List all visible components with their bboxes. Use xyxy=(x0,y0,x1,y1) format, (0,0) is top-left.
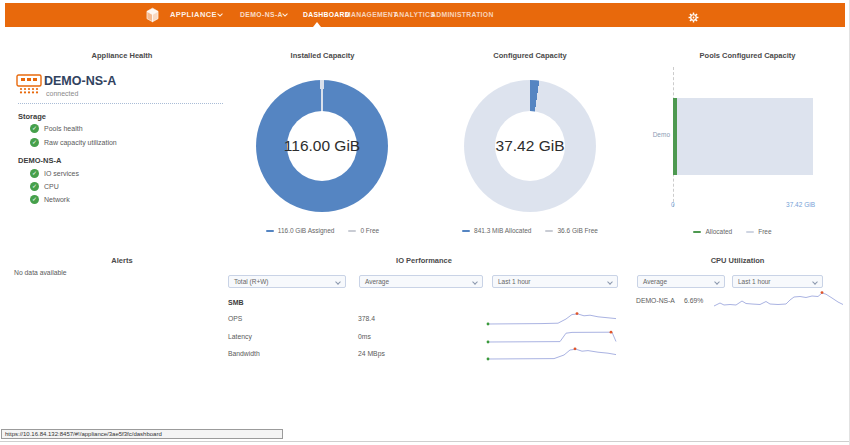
installed-capacity-donut: 116.00 GiB xyxy=(256,80,388,212)
tab-management[interactable]: MANAGEMENT xyxy=(345,3,397,27)
legend-dash-icon xyxy=(545,230,553,232)
pools-free-bar xyxy=(673,98,813,175)
pools-allocated-bar xyxy=(673,98,677,175)
settings-gear-icon[interactable] xyxy=(688,9,699,27)
chevron-down-icon xyxy=(472,279,478,285)
chevron-down-icon xyxy=(335,279,341,285)
connection-status: connected xyxy=(46,90,78,97)
top-navigation-bar: APPLIANCE DEMO-NS-A DASHBOARD MANAGEMENT… xyxy=(5,3,845,27)
legend-dash-icon xyxy=(348,230,356,232)
chevron-down-icon xyxy=(714,279,720,285)
io-row-label-ops: OPS xyxy=(228,315,242,322)
configured-capacity-legend: 841.3 MiB Allocated 36.6 GiB Free xyxy=(440,227,620,234)
legend-dash-icon xyxy=(693,231,701,233)
appliance-menu[interactable]: APPLIANCE xyxy=(170,3,217,27)
alerts-empty-message: No data available xyxy=(14,269,67,276)
latency-sparkline xyxy=(486,328,618,346)
legend-dash-icon xyxy=(266,230,274,232)
io-row-value-bandwidth: 24 MBps xyxy=(358,350,385,357)
io-row-label-latency: Latency xyxy=(228,333,252,340)
browser-status-url: https://10.16.84.132:8457/#!/appliance/3… xyxy=(1,429,283,439)
cpu-utilization-title: CPU Utilization xyxy=(630,256,845,265)
legend-item-free[interactable]: 0 Free xyxy=(348,227,379,234)
tab-administration[interactable]: ADMINISTRATION xyxy=(431,3,494,27)
io-row-value-latency: 0ms xyxy=(358,333,371,340)
window-bottom-edge xyxy=(0,441,850,442)
pools-x-max: 37.42 GiB xyxy=(753,201,815,208)
io-timerange-dropdown[interactable]: Last 1 hour xyxy=(492,275,618,288)
health-item-network: ✓ Network xyxy=(30,195,70,204)
io-row-value-ops: 378.4 xyxy=(358,315,375,322)
device-selector[interactable]: DEMO-NS-A xyxy=(240,3,283,27)
health-item-pools: ✓ Pools health xyxy=(30,124,83,133)
configured-capacity-title: Configured Capacity xyxy=(450,51,610,60)
protocol-heading: SMB xyxy=(228,299,244,306)
appliance-health-title: Appliance Health xyxy=(8,51,236,60)
io-aggregation-dropdown[interactable]: Average xyxy=(359,275,483,288)
pools-row-label: Demo xyxy=(650,131,670,138)
legend-item-allocated[interactable]: 841.3 MiB Allocated xyxy=(462,227,531,234)
chevron-down-icon[interactable] xyxy=(217,11,223,17)
io-metric-dropdown[interactable]: Total (R+W) xyxy=(228,275,346,288)
cpu-aggregation-dropdown[interactable]: Average xyxy=(637,275,725,288)
io-row-label-bandwidth: Bandwidth xyxy=(228,350,260,357)
appliance-name: DEMO-NS-A xyxy=(44,74,116,88)
chevron-down-icon xyxy=(607,279,613,285)
bandwidth-sparkline xyxy=(486,345,618,363)
pools-capacity-title: Pools Configured Capacity xyxy=(650,51,845,60)
io-performance-title: IO Performance xyxy=(228,256,620,265)
brand-cube-icon xyxy=(145,7,160,27)
installed-capacity-title: Installed Capacity xyxy=(240,51,405,60)
chevron-down-icon xyxy=(812,279,818,285)
cpu-timerange-dropdown[interactable]: Last 1 hour xyxy=(732,275,823,288)
active-tab-indicator xyxy=(313,22,321,27)
pools-legend: Allocated Free xyxy=(650,228,815,235)
check-circle-icon: ✓ xyxy=(30,182,39,191)
legend-item-allocated[interactable]: Allocated xyxy=(693,228,732,235)
check-circle-icon: ✓ xyxy=(30,138,39,147)
cpu-node-value: 6.69% xyxy=(684,297,703,304)
dashboard-page: APPLIANCE DEMO-NS-A DASHBOARD MANAGEMENT… xyxy=(0,0,850,445)
installed-capacity-legend: 116.0 GiB Assigned 0 Free xyxy=(240,227,405,234)
installed-capacity-value: 116.00 GiB xyxy=(284,137,360,155)
health-item-cpu: ✓ CPU xyxy=(30,182,59,191)
divider xyxy=(18,103,223,104)
check-circle-icon: ✓ xyxy=(30,169,39,178)
legend-dash-icon xyxy=(462,230,470,232)
alerts-title: Alerts xyxy=(8,256,236,265)
health-item-raw-capacity: ✓ Raw capacity utilization xyxy=(30,138,117,147)
pools-x-min: 0 xyxy=(671,201,675,208)
chevron-down-icon[interactable] xyxy=(282,11,288,17)
storage-heading: Storage xyxy=(18,112,46,121)
check-circle-icon: ✓ xyxy=(30,195,39,204)
legend-dash-icon xyxy=(746,231,754,233)
tab-analytics[interactable]: ANALYTICS xyxy=(394,3,435,27)
legend-item-free[interactable]: 36.6 GiB Free xyxy=(545,227,597,234)
ops-sparkline xyxy=(486,310,618,328)
legend-item-free[interactable]: Free xyxy=(746,228,771,235)
cpu-node-label: DEMO-NS-A xyxy=(636,297,675,304)
node-heading: DEMO-NS-A xyxy=(18,156,61,165)
health-item-io-services: ✓ IO services xyxy=(30,169,79,178)
tab-dashboard[interactable]: DASHBOARD xyxy=(303,3,350,27)
legend-item-assigned[interactable]: 116.0 GiB Assigned xyxy=(266,227,335,234)
check-circle-icon: ✓ xyxy=(30,124,39,133)
appliance-icon xyxy=(16,74,42,98)
configured-capacity-value: 37.42 GiB xyxy=(496,137,565,155)
configured-capacity-donut: 37.42 GiB xyxy=(464,80,596,212)
cpu-sparkline xyxy=(712,288,845,312)
